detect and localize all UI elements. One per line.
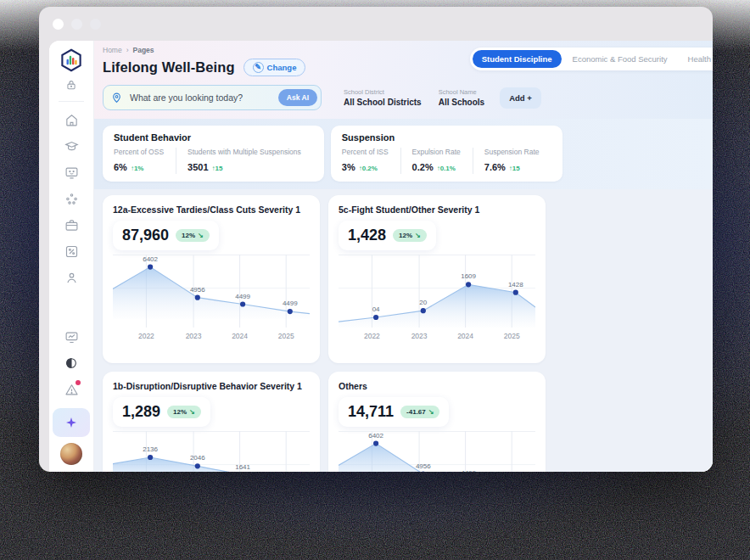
community-icon[interactable] (64, 192, 79, 206)
stat-delta: ↑15 (212, 165, 223, 172)
x-axis-label: 2022 (364, 332, 380, 340)
data-point (288, 309, 293, 314)
app-logo[interactable] (59, 48, 84, 73)
stat-delta: ↑0.2% (359, 165, 378, 172)
kpi-trend-value: 12% (399, 232, 412, 239)
briefcase-icon[interactable] (64, 218, 79, 232)
window-maximize-button[interactable] (90, 19, 101, 30)
stat-delta: ↑0.1% (437, 165, 456, 172)
stat: Suspension Rate7.6%↑15 (473, 148, 551, 174)
data-point (373, 441, 378, 446)
breadcrumb-separator: › (126, 46, 129, 54)
data-point (195, 295, 200, 300)
point-label: 1641 (235, 463, 250, 471)
stats-band: Student BehaviorPercent of OSS6%↑1%Stude… (94, 119, 713, 189)
data-point (373, 315, 378, 320)
stat: Students with Multiple Suspensions3501↑1… (176, 148, 313, 174)
trend-chart: 64024956449944992022202320242025 (339, 431, 535, 472)
trend-chart: 0420160914282022202320242025 (339, 255, 535, 343)
point-label: 2136 (143, 445, 158, 453)
stat-label: Expulsion Rate (412, 148, 461, 156)
point-label: 4499 (283, 300, 298, 307)
theme-contrast-icon[interactable] (64, 356, 79, 371)
stat-delta: ↑1% (131, 165, 144, 172)
tab-economic-food-security[interactable]: Economic & Food Security (563, 50, 677, 68)
stat-value: 6% (114, 162, 127, 172)
change-button[interactable]: ✎ Change (243, 59, 306, 76)
data-point (148, 455, 153, 460)
stat-value: 0.2% (412, 162, 434, 172)
stat: Percent of OSS6%↑1% (114, 148, 176, 174)
main-content: Home › Pages Lifelong Well-Being ✎ Chang… (94, 41, 713, 472)
alerts-icon[interactable] (64, 383, 79, 397)
point-label: 4956 (190, 286, 205, 294)
stat: Percent of ISS3%↑0.2% (342, 148, 400, 174)
x-axis-label: 2022 (138, 332, 154, 340)
data-point (195, 463, 200, 468)
lock-icon (65, 79, 77, 91)
deals-icon[interactable] (64, 244, 79, 259)
search-input[interactable] (128, 92, 278, 104)
kpi-box: 1,42812%↘ (339, 221, 436, 250)
add-filter-button[interactable]: Add + (500, 87, 541, 109)
trend-chart: 2136204616412022202320242025 (113, 431, 310, 472)
kpi-trend-badge: 12%↘ (167, 406, 201, 418)
ai-assistant-button[interactable] (53, 408, 90, 437)
ask-ai-button[interactable]: Ask AI (278, 89, 317, 106)
data-point (148, 265, 153, 270)
notification-dot (76, 380, 81, 385)
window-titlebar (39, 7, 713, 41)
chart-title: 12a-Excessive Tardies/Class Cuts Severit… (113, 204, 310, 215)
stat-value: 3% (342, 162, 355, 172)
kpi-trend-badge: 12%↘ (393, 229, 427, 242)
trend-down-icon: ↘ (189, 408, 195, 416)
stat-label: Students with Multiple Suspensions (188, 148, 301, 156)
sidebar-divider (59, 101, 84, 102)
kpi-trend-value: 12% (173, 408, 187, 416)
trend-chart: 64024956449944992022202320242025 (113, 255, 310, 343)
change-icon: ✎ (253, 62, 264, 73)
x-axis-label: 2023 (186, 332, 202, 340)
breadcrumb-home[interactable]: Home (103, 46, 122, 54)
filter-value: All Schools (439, 98, 484, 107)
point-label: 2046 (190, 454, 205, 462)
screen-chart-icon[interactable] (64, 330, 79, 344)
x-axis-label: 2024 (232, 332, 248, 340)
stats-card-title: Student Behavior (114, 132, 313, 143)
user-avatar[interactable] (60, 443, 82, 465)
chart-card: 1b-Disruption/Disruptive Behavior Severi… (103, 372, 320, 472)
filter-label: School District (344, 88, 422, 96)
chart-card: Others14,711-41.67↘640249564499449920222… (328, 372, 546, 472)
point-label: 1428 (508, 281, 523, 288)
window-close-button[interactable] (53, 19, 64, 30)
breadcrumb-current[interactable]: Pages (133, 46, 154, 54)
search-bar[interactable]: Ask AI (103, 85, 322, 110)
point-label: 1609 (461, 272, 476, 280)
chart-card: 12a-Excessive Tardies/Class Cuts Severit… (103, 195, 320, 363)
home-icon[interactable] (64, 113, 79, 127)
point-label: 6402 (143, 255, 158, 263)
trend-down-icon: ↘ (428, 408, 434, 416)
kpi-value: 1,289 (122, 403, 160, 421)
stat-value: 3501 (188, 162, 208, 172)
filter-label: School Name (439, 88, 484, 96)
tab-health[interactable]: Health (679, 50, 713, 68)
education-icon[interactable] (64, 139, 79, 154)
filter-school-district[interactable]: School District All School Districts (344, 88, 422, 107)
kpi-trend-badge: 12%↘ (176, 229, 210, 242)
trend-down-icon: ↘ (415, 232, 421, 239)
window-minimize-button[interactable] (71, 19, 82, 30)
tab-student-discipline[interactable]: Student Discipline (473, 50, 562, 68)
data-point (466, 282, 471, 287)
point-label: 20 (419, 299, 427, 306)
stats-card: Student BehaviorPercent of OSS6%↑1%Stude… (103, 126, 324, 182)
point-label: 4499 (235, 293, 250, 300)
filter-school-name[interactable]: School Name All Schools (439, 88, 484, 107)
screen-face-icon[interactable] (64, 165, 79, 180)
person-icon[interactable] (64, 271, 79, 285)
kpi-box: 1,28912%↘ (113, 397, 210, 427)
stat-label: Percent of ISS (342, 148, 389, 156)
chart-title: 1b-Disruption/Disruptive Behavior Severi… (113, 381, 310, 391)
stat: Expulsion Rate0.2%↑0.1% (400, 148, 473, 174)
point-label: 04 (372, 305, 380, 313)
